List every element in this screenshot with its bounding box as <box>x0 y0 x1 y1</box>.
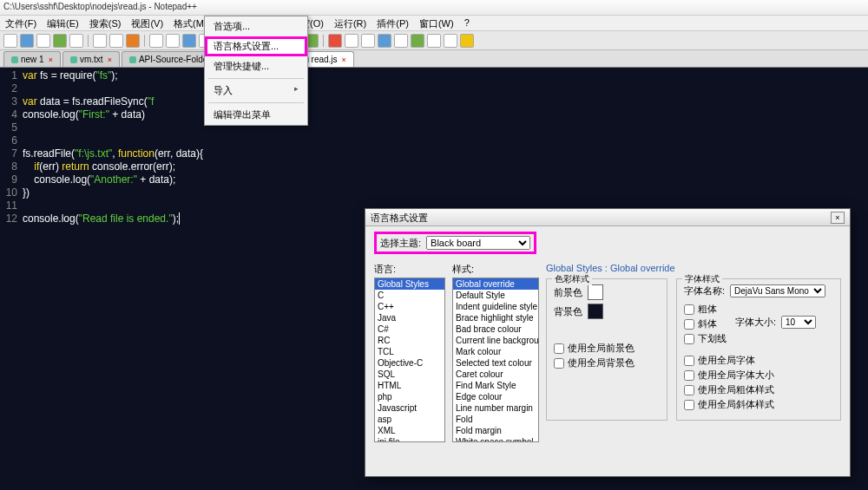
list-item[interactable]: C++ <box>375 301 444 312</box>
use-global-bg-checkbox[interactable] <box>554 358 564 369</box>
tab-strip: new 1×vm.txt×API-Source-Folder.txt×js.tx… <box>0 50 868 68</box>
menu-bar: 文件(F)编辑(E)搜索(S)视图(V)格式(M)语言(L)设置(T)宏(O)运… <box>0 16 868 31</box>
fg-color-swatch[interactable] <box>588 284 603 300</box>
menu-dropdown-item[interactable]: 编辑弹出菜单 <box>205 105 307 125</box>
list-item[interactable]: asp <box>375 414 444 425</box>
menu-item[interactable]: ? <box>459 16 475 30</box>
toolbar-button[interactable] <box>378 34 391 48</box>
toolbar-button[interactable] <box>444 34 457 48</box>
font-name-label: 字体名称: <box>684 284 725 297</box>
list-item[interactable]: C# <box>375 323 444 335</box>
toolbar-button[interactable] <box>36 34 50 48</box>
use-global-size-checkbox[interactable] <box>684 370 694 381</box>
list-item[interactable]: Find Mark Style <box>453 380 538 391</box>
menu-item[interactable]: 编辑(E) <box>42 16 84 30</box>
close-icon[interactable]: × <box>49 56 53 64</box>
style-list-label: 样式: <box>452 263 539 276</box>
list-item[interactable]: ini file <box>375 436 444 442</box>
close-icon[interactable]: × <box>831 212 845 224</box>
use-global-fg-checkbox[interactable] <box>554 343 564 354</box>
use-global-bold-checkbox[interactable] <box>684 385 694 395</box>
toolbar-button[interactable] <box>69 34 83 48</box>
theme-select[interactable]: Black board <box>426 236 530 250</box>
menu-item[interactable]: 搜索(S) <box>84 16 127 30</box>
list-item[interactable]: Fold margin <box>453 425 538 436</box>
close-icon[interactable]: × <box>108 56 112 64</box>
toolbar-button[interactable] <box>427 34 441 48</box>
list-item[interactable]: Indent guideline style <box>453 301 538 312</box>
list-item[interactable]: Default Style <box>453 290 538 301</box>
menu-item[interactable]: 视图(V) <box>126 16 168 30</box>
settings-menu-dropdown: 首选项...语言格式设置...管理快捷键...导入编辑弹出菜单 <box>204 16 308 126</box>
underline-checkbox[interactable] <box>684 334 694 344</box>
breadcrumb: Global Styles : Global override <box>546 263 841 273</box>
menu-item[interactable]: 文件(F) <box>0 16 42 30</box>
list-item[interactable]: Bad brace colour <box>453 323 538 335</box>
theme-label: 选择主题: <box>380 237 421 250</box>
toolbar-button[interactable] <box>53 34 67 48</box>
menu-item[interactable]: 运行(R) <box>329 16 372 30</box>
toolbar-button[interactable] <box>109 34 123 48</box>
list-item[interactable]: Objective-C <box>375 357 444 369</box>
toolbar-button[interactable] <box>126 34 140 48</box>
list-item[interactable]: C <box>375 290 444 301</box>
close-icon[interactable]: × <box>342 56 346 64</box>
list-item[interactable]: HTML <box>375 380 444 391</box>
fg-label: 前景色 <box>554 286 582 299</box>
list-item[interactable]: Edge colour <box>453 391 538 402</box>
list-item[interactable]: Javascript <box>375 402 444 414</box>
use-global-italic-checkbox[interactable] <box>684 400 694 410</box>
list-item[interactable]: Caret colour <box>453 369 538 380</box>
toolbar-button[interactable] <box>166 34 180 48</box>
font-name-select[interactable]: DejaVu Sans Mono <box>730 284 825 297</box>
bg-color-swatch[interactable] <box>588 304 603 319</box>
list-item[interactable]: Selected text colour <box>453 357 538 369</box>
list-item[interactable]: php <box>375 391 444 402</box>
toolbar-button[interactable] <box>149 34 163 48</box>
list-item[interactable]: Global override <box>453 278 538 290</box>
toolbar-button[interactable] <box>411 34 424 48</box>
style-configurator-dialog[interactable]: 语言格式设置 × 选择主题: Black board 语言: Global St… <box>365 208 851 477</box>
font-group-label: 字体样式 <box>682 273 722 285</box>
menu-dropdown-item[interactable]: 语言格式设置... <box>205 36 307 56</box>
list-item[interactable]: White space symbol <box>453 436 538 442</box>
style-list[interactable]: Global overrideDefault StyleIndent guide… <box>452 278 539 442</box>
language-list[interactable]: Global StylesCC++JavaC#RCTCLObjective-CS… <box>374 278 445 442</box>
menu-item[interactable]: 插件(P) <box>372 16 414 30</box>
file-tab[interactable]: vm.txt× <box>62 51 120 67</box>
list-item[interactable]: Java <box>375 312 444 323</box>
list-item[interactable]: Mark colour <box>453 346 538 357</box>
language-list-label: 语言: <box>374 263 445 276</box>
toolbar-button[interactable] <box>93 34 107 48</box>
list-item[interactable]: Current line background <box>453 335 538 346</box>
list-item[interactable]: Fold <box>453 414 538 425</box>
color-group-label: 色彩样式 <box>552 273 592 285</box>
list-item[interactable]: TCL <box>375 346 444 357</box>
list-item[interactable]: RC <box>375 335 444 346</box>
menu-item[interactable]: 窗口(W) <box>414 16 459 30</box>
toolbar-button[interactable] <box>3 34 17 48</box>
italic-checkbox[interactable] <box>684 319 694 330</box>
menu-dropdown-item[interactable]: 首选项... <box>205 16 307 36</box>
line-gutter: 123456789101112 <box>0 68 23 490</box>
file-tab[interactable]: new 1× <box>3 51 61 67</box>
list-item[interactable]: Brace highlight style <box>453 312 538 323</box>
use-global-font-checkbox[interactable] <box>684 356 694 366</box>
menu-dropdown-item[interactable]: 导入 <box>205 81 307 101</box>
toolbar-button[interactable] <box>460 34 474 48</box>
toolbar-button[interactable] <box>345 34 358 48</box>
toolbar-button[interactable] <box>394 34 408 48</box>
toolbar-button[interactable] <box>361 34 375 48</box>
record-macro-icon[interactable] <box>328 34 342 48</box>
toolbar-button[interactable] <box>182 34 196 48</box>
font-size-select[interactable]: 10 <box>781 316 816 329</box>
list-item[interactable]: Global Styles <box>375 278 444 290</box>
list-item[interactable]: SQL <box>375 369 444 380</box>
toolbar-button[interactable] <box>20 34 34 48</box>
menu-dropdown-item[interactable]: 管理快捷键... <box>205 56 307 76</box>
bold-checkbox[interactable] <box>684 304 694 315</box>
bg-label: 背景色 <box>554 305 582 318</box>
list-item[interactable]: XML <box>375 425 444 436</box>
list-item[interactable]: Line number margin <box>453 402 538 414</box>
dialog-title-bar[interactable]: 语言格式设置 × <box>365 209 850 226</box>
